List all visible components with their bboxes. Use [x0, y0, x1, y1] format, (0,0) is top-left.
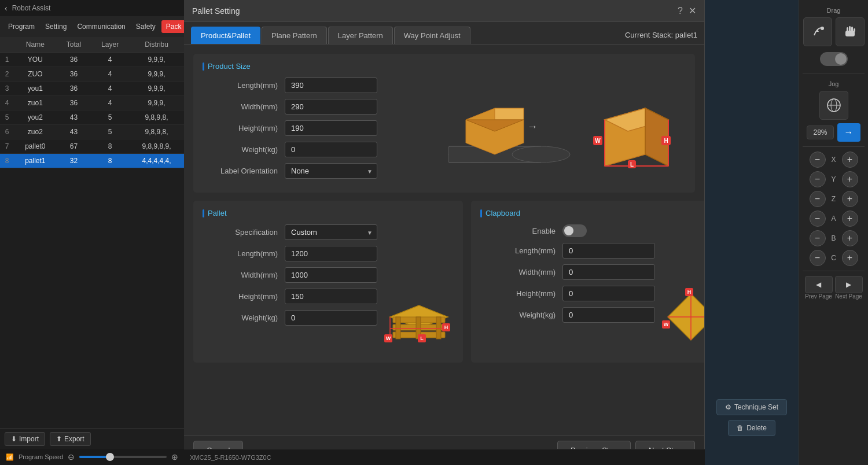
pallet-height-label: Height(mm) [203, 292, 278, 301]
y-plus-button[interactable]: + [842, 171, 858, 187]
width-label: Width(mm) [203, 102, 278, 111]
pallet-length-label: Length(mm) [203, 249, 278, 258]
clapboard-width-label: Width(mm) [480, 268, 556, 276]
svg-text:H: H [444, 324, 448, 330]
modal-overlay: Pallet Setting ? ✕ Product&Pallet Plane … [184, 0, 868, 465]
arrow-button[interactable]: → [837, 123, 860, 142]
next-page-label: Next Page [835, 293, 863, 300]
row-name: you1 [14, 82, 57, 96]
import-button[interactable]: ⬇ Import [5, 432, 45, 446]
row-distrib: 9,8,9,8,9, [129, 139, 184, 154]
prev-page-button[interactable]: ◀ [805, 276, 833, 293]
tab-way-point-adjust[interactable]: Way Point Adjust [394, 27, 470, 44]
table-row[interactable]: 5 you2 43 5 9,8,9,8, [0, 110, 184, 125]
app-title: Robot Assist [12, 4, 51, 12]
close-icon[interactable]: ✕ [689, 5, 696, 16]
delete-button[interactable]: 🗑 Delete [728, 420, 775, 436]
c-control-row: − C + [810, 250, 858, 266]
globe-icon [826, 97, 842, 113]
clapboard-length-label: Length(mm) [480, 246, 556, 255]
jog-label: Jog [829, 80, 839, 87]
speed-plus-icon[interactable]: ⊕ [171, 452, 178, 462]
robot-arm-button[interactable] [803, 17, 832, 46]
pallet-width-row: Width(mm) [203, 267, 454, 283]
svg-rect-49 [851, 27, 853, 31]
row-distrib: 9,8,9,8, [129, 110, 184, 125]
nav-bar: Program Setting Communication Safety Pac… [0, 16, 184, 37]
row-distrib: 9,8,9,8, [129, 125, 184, 139]
technique-set-button[interactable]: ⚙ Technique Set [716, 399, 787, 415]
pallet-weight-input[interactable] [285, 310, 377, 326]
z-plus-button[interactable]: + [842, 191, 858, 207]
bg-right-panel: ⚙ Technique Set 🗑 Delete [705, 0, 799, 465]
table-area: Name Total Layer Distribu 1 YOU 36 4 9,9… [0, 37, 184, 428]
clapboard-width-input[interactable] [562, 264, 655, 280]
z-minus-button[interactable]: − [810, 191, 826, 207]
row-name: zuo2 [14, 125, 57, 139]
clapboard-height-input[interactable] [562, 286, 655, 301]
a-plus-button[interactable]: + [842, 211, 858, 227]
height-input[interactable] [285, 120, 377, 136]
drag-toggle[interactable] [820, 52, 848, 66]
y-minus-button[interactable]: − [810, 171, 826, 187]
svg-text:W: W [595, 138, 601, 144]
a-minus-button[interactable]: − [810, 211, 826, 227]
table-row[interactable]: 8 pallet1 32 8 4,4,4,4,4, [0, 154, 184, 168]
speed-minus-icon[interactable]: ⊖ [68, 452, 75, 462]
clapboard-section-title: Clapboard [480, 209, 704, 217]
pallet-height-input[interactable] [285, 289, 377, 304]
col-layer: Layer [91, 37, 129, 53]
row-index: 3 [0, 82, 14, 96]
clapboard-weight-input[interactable] [562, 307, 655, 323]
percent-button[interactable]: 28% [807, 126, 833, 139]
c-minus-button[interactable]: − [810, 250, 826, 266]
nav-safety[interactable]: Safety [131, 20, 160, 33]
tab-plane-pattern[interactable]: Plane Pattern [262, 27, 327, 44]
nav-communication[interactable]: Communication [72, 20, 130, 33]
wifi-icon: 📶 [6, 453, 14, 461]
table-row[interactable]: 1 YOU 36 4 9,9,9, [0, 53, 184, 67]
clapboard-svg: H W L [662, 288, 704, 346]
x-minus-button[interactable]: − [810, 152, 826, 168]
next-page-button[interactable]: ▶ [835, 276, 863, 293]
nav-setting[interactable]: Setting [41, 20, 71, 33]
pallet-length-input[interactable] [285, 246, 377, 261]
b-control-row: − B + [810, 230, 858, 246]
c-plus-button[interactable]: + [842, 250, 858, 266]
table-row[interactable]: 6 zuo2 43 5 9,8,9,8, [0, 125, 184, 139]
a-label: A [829, 215, 838, 223]
clapboard-enable-row: Enable [480, 224, 704, 237]
length-input[interactable] [285, 78, 377, 93]
table-row[interactable]: 2 ZUO 36 4 9,9,9, [0, 67, 184, 82]
hand-button[interactable] [836, 17, 865, 46]
b-minus-button[interactable]: − [810, 230, 826, 246]
col-total: Total [57, 37, 91, 53]
table-row[interactable]: 3 you1 36 4 9,9,9, [0, 82, 184, 96]
clapboard-length-input[interactable] [562, 243, 655, 259]
table-row[interactable]: 4 zuo1 36 4 9,9,9, [0, 96, 184, 110]
back-arrow-icon[interactable]: ‹ [5, 3, 8, 13]
export-button[interactable]: ⬆ Export [50, 432, 91, 446]
svg-text:→: → [527, 121, 538, 132]
row-name: you2 [14, 110, 57, 125]
tab-product-pallet[interactable]: Product&Pallet [191, 27, 260, 44]
globe-button[interactable] [819, 91, 848, 120]
pallet-width-input[interactable] [285, 267, 377, 283]
clapboard-length-row: Length(mm) [480, 243, 704, 259]
speed-slider-track[interactable] [79, 456, 167, 458]
pallet-spec-select[interactable]: Custom Euro Pallet US Pallet [285, 224, 377, 240]
b-plus-button[interactable]: + [842, 230, 858, 246]
row-name: pallet0 [14, 139, 57, 154]
clapboard-enable-toggle[interactable] [562, 224, 587, 237]
tab-layer-pattern[interactable]: Layer Pattern [328, 27, 393, 44]
status-text: XMC25_5-R1650-W7G3Z0C [190, 454, 271, 461]
help-icon[interactable]: ? [678, 6, 683, 16]
table-row[interactable]: 7 pallet0 67 8 9,8,9,8,9, [0, 139, 184, 154]
weight-input[interactable] [285, 142, 377, 157]
nav-pack[interactable]: Pack [161, 20, 186, 33]
nav-program[interactable]: Program [3, 20, 39, 33]
x-plus-button[interactable]: + [842, 152, 858, 168]
hand-icon [842, 24, 858, 40]
width-input[interactable] [285, 99, 377, 115]
label-orientation-select[interactable]: None Front Back Left Right [285, 163, 377, 179]
